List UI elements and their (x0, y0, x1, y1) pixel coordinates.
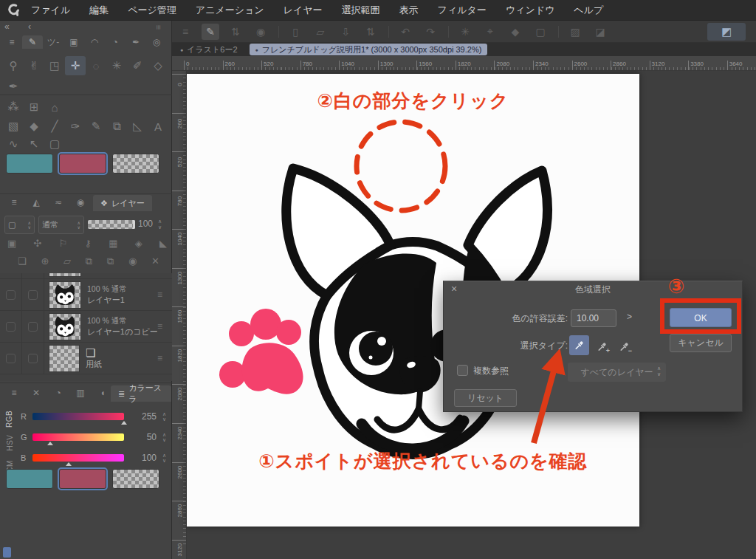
crop-mark-icon[interactable]: ⌖ (481, 24, 499, 40)
layer-handle-icon[interactable]: ≡ (157, 321, 172, 332)
snap-icon[interactable]: ◆ (506, 24, 524, 40)
menu-item[interactable]: レイヤー (284, 4, 323, 17)
panel-menu-icon[interactable]: ≡ (3, 195, 25, 210)
layer-mask-icon[interactable]: ◉ (128, 256, 137, 267)
decoration-tool[interactable]: ⊞ (24, 97, 44, 117)
transfer-down-icon[interactable]: ⧉ (86, 256, 92, 267)
layer-thumbnail[interactable] (49, 313, 81, 340)
move-tool[interactable]: ✛ (65, 56, 86, 75)
visibility-checkbox[interactable] (6, 322, 16, 332)
merge-down-icon[interactable]: ⧉ (107, 256, 114, 267)
reference-layer-icon[interactable]: ◈ (135, 238, 142, 249)
transparent-color-swatch[interactable] (112, 469, 159, 489)
divider[interactable] (278, 26, 279, 38)
film-tab[interactable]: ▥ (69, 385, 92, 400)
doc-tab-illust[interactable]: ● イラスト6ー2 (174, 44, 244, 55)
menu-item[interactable]: ヘルプ (574, 4, 603, 17)
layer-row[interactable]: ❏ 用紙 ≡ (0, 343, 172, 374)
workspace-icon[interactable]: ◩ (707, 23, 746, 41)
layer-visibility-cell[interactable] (0, 343, 22, 374)
menu-item[interactable]: 選択範囲 (342, 4, 380, 17)
select-checkbox[interactable] (28, 354, 38, 363)
rotate-canvas-tool[interactable]: ◳ (44, 56, 65, 75)
opacity-slider[interactable] (88, 220, 135, 229)
layer-visibility-cell[interactable] (0, 279, 22, 310)
navigator-tab[interactable]: ◭ (25, 195, 47, 210)
target-layers-dropdown[interactable]: すべてのレイヤー ∧∨ (568, 363, 666, 382)
image-tab[interactable]: ▣ (63, 35, 84, 49)
layer-visibility-cell[interactable] (0, 273, 22, 278)
doc-tab-frenchbulldog[interactable]: ● フレンチブルドッグ説明用1* (3000 x 3000px 350dpi 3… (250, 44, 488, 55)
frame-border-tool[interactable]: ▢ (44, 134, 65, 154)
panel-menu-icon[interactable]: ≡ (3, 385, 25, 400)
visibility-checkbox[interactable] (6, 354, 16, 363)
layer-panel-active-tab[interactable]: ❖ レイヤー (93, 195, 152, 211)
hand-tool[interactable]: ✌ (24, 56, 44, 75)
grid-icon[interactable]: ▨ (566, 24, 584, 40)
opacity-stepper[interactable]: ∧∨ (158, 219, 162, 230)
pencil-tool[interactable]: ✎ (86, 117, 106, 136)
layer-select-cell[interactable] (22, 273, 44, 278)
ruler-range-icon[interactable]: ◣ (159, 238, 167, 249)
eraser-tool[interactable]: ◇ (148, 56, 168, 75)
open-file-icon[interactable]: ▱ (312, 24, 329, 40)
save-icon[interactable]: ⇩ (337, 24, 354, 40)
lasso-tab[interactable]: ◠ (84, 35, 105, 49)
menu-item[interactable]: 編集 (89, 4, 109, 17)
delete-layer-icon[interactable]: ✕ (151, 256, 159, 267)
transform-icon[interactable]: ✣ (34, 238, 42, 249)
sub-color-swatch[interactable] (59, 469, 106, 489)
slider-value[interactable]: 255 (127, 411, 157, 422)
eyedropper-add-icon[interactable]: + (593, 337, 611, 356)
layer-thumbnail[interactable] (49, 345, 80, 372)
layer-visibility-cell[interactable] (0, 311, 22, 342)
expand-chevron-icon[interactable]: > (627, 312, 632, 322)
eyedropper-subtract-icon[interactable]: − (615, 337, 633, 356)
slider-value[interactable]: 50 (127, 432, 157, 442)
slider-track[interactable] (32, 454, 124, 462)
transparent-color-swatch[interactable] (112, 154, 159, 174)
fill-tool[interactable]: ◆ (24, 117, 44, 136)
menu-item[interactable]: ページ管理 (128, 4, 176, 17)
face-tab[interactable]: ◔ (105, 35, 126, 49)
home-tool[interactable]: ⌂ (44, 97, 65, 117)
slider-stepper[interactable]: ∧∨ (162, 411, 166, 422)
eraser-pen-tool[interactable]: ✐ (127, 56, 148, 75)
redo-icon[interactable]: ↷ (422, 24, 439, 40)
auto-select-tool[interactable]: ✳ (106, 56, 127, 75)
layer-select-cell[interactable] (22, 311, 44, 342)
tool-property-tab[interactable]: ツ- (43, 35, 63, 49)
layer-row[interactable]: 100 % 通常 レイヤー1のコピー ≡ (0, 273, 172, 279)
panel-menu-icon[interactable]: ≡ (1, 35, 22, 49)
collapse-panel-icon[interactable]: « (4, 21, 10, 32)
history-tab[interactable]: ◉ (69, 195, 92, 210)
blend-mode-combo[interactable]: 通常 ∧∨ (38, 216, 84, 234)
brush-tab[interactable]: ✒ (126, 35, 146, 49)
slider-caret-icon[interactable] (121, 421, 127, 425)
frame-icon[interactable]: ▢ (532, 24, 549, 40)
clip-at-layer-icon[interactable]: ▣ (7, 238, 16, 249)
lock-alpha-icon[interactable]: ▦ (109, 238, 117, 249)
menu-item[interactable]: ウィンドウ (506, 4, 555, 17)
pen-tab[interactable]: ✎ (22, 35, 43, 49)
rgb-side-tab[interactable]: RGB (3, 408, 16, 430)
divider[interactable] (388, 26, 389, 38)
gradient-tool[interactable]: ▧ (3, 117, 24, 136)
hsv-side-tab[interactable]: HSV (3, 431, 16, 453)
ruler-tool[interactable]: ◺ (127, 117, 148, 136)
panel-drag-handle-icon[interactable]: ≡ (154, 25, 163, 30)
undo-icon[interactable]: ↶ (396, 24, 414, 40)
slider-stepper[interactable]: ∧∨ (162, 432, 166, 442)
back-icon[interactable]: ‹ (28, 21, 31, 32)
tool-switch-icon[interactable]: ⇅ (227, 24, 244, 40)
cancel-button[interactable]: キャンセル (670, 334, 732, 352)
multi-reference-checkbox[interactable] (457, 365, 468, 376)
menu-item[interactable]: フィルター (438, 4, 487, 17)
layer-handle-icon[interactable]: ≡ (157, 353, 172, 363)
layer-thumbnail[interactable] (49, 273, 81, 277)
material-icon[interactable]: ◪ (591, 24, 609, 40)
curve-tool[interactable]: ∿ (3, 134, 24, 154)
color-slider-active-tab[interactable]: ≣ カラースラ (111, 385, 171, 402)
new-folder-icon[interactable]: ▱ (63, 256, 71, 267)
layer-row[interactable]: 100 % 通常 レイヤー1のコピー ≡ (0, 311, 172, 343)
